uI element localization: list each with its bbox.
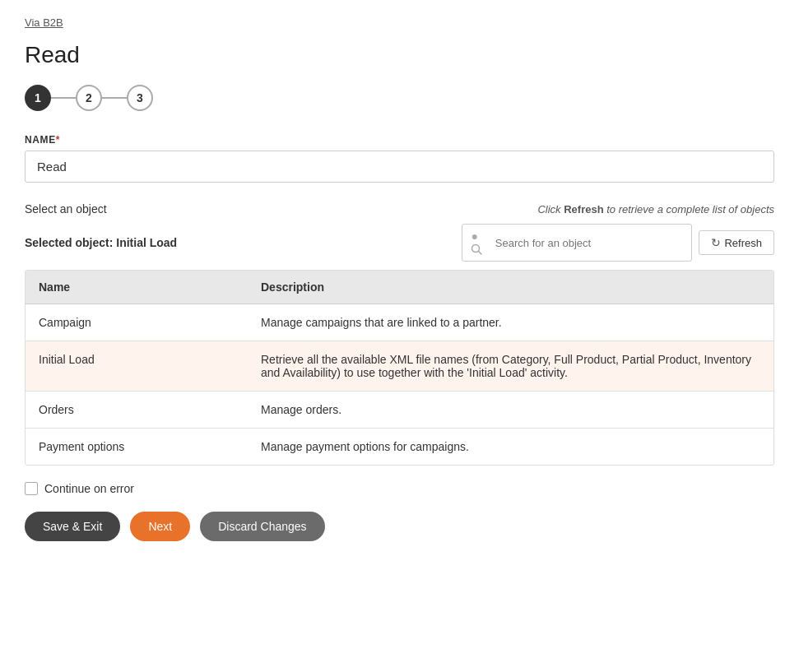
breadcrumb[interactable]: Via B2B bbox=[25, 16, 774, 29]
col-header-description: Description bbox=[248, 271, 773, 304]
table-header-row: Name Description bbox=[26, 271, 773, 304]
stepper: 1 2 3 bbox=[25, 85, 774, 111]
name-field-section: NAME* bbox=[25, 134, 774, 183]
actions-row: Save & Exit Next Discard Changes bbox=[25, 512, 774, 541]
table-cell-description: Manage campaigns that are linked to a pa… bbox=[248, 304, 773, 341]
table-cell-description: Manage orders. bbox=[248, 392, 773, 429]
discard-changes-button[interactable]: Discard Changes bbox=[200, 512, 324, 541]
save-exit-button[interactable]: Save & Exit bbox=[25, 512, 120, 541]
table-row[interactable]: Initial LoadRetrieve all the available X… bbox=[26, 341, 773, 392]
name-label: NAME* bbox=[25, 134, 774, 146]
continue-on-error-row: Continue on error bbox=[25, 482, 774, 495]
table-cell-name: Campaign bbox=[26, 304, 248, 341]
step-1[interactable]: 1 bbox=[25, 85, 51, 111]
page-title: Read bbox=[25, 42, 774, 68]
continue-on-error-label: Continue on error bbox=[44, 482, 134, 495]
table-cell-name: Payment options bbox=[26, 429, 248, 466]
refresh-hint: Click Refresh to retrieve a complete lis… bbox=[537, 203, 774, 216]
table-cell-description: Manage payment options for campaigns. bbox=[248, 429, 773, 466]
table-row[interactable]: OrdersManage orders. bbox=[26, 392, 773, 429]
table-cell-name: Orders bbox=[26, 392, 248, 429]
search-input[interactable] bbox=[495, 237, 684, 249]
table-row[interactable]: Payment optionsManage payment options fo… bbox=[26, 429, 773, 466]
refresh-icon: ↻ bbox=[711, 236, 721, 249]
object-table: Name Description CampaignManage campaign… bbox=[26, 271, 773, 465]
select-object-label: Select an object bbox=[25, 202, 107, 216]
selected-object-row: Selected object: Initial Load ● ↻ Refres… bbox=[25, 224, 774, 262]
search-box[interactable]: ● bbox=[462, 224, 692, 262]
selected-object-label: Selected object: Initial Load bbox=[25, 236, 177, 249]
step-connector-1 bbox=[51, 97, 76, 99]
object-header: Select an object Click Refresh to retrie… bbox=[25, 202, 774, 216]
refresh-button[interactable]: ↻ Refresh bbox=[699, 230, 774, 255]
object-selector-section: Select an object Click Refresh to retrie… bbox=[25, 202, 774, 466]
step-3[interactable]: 3 bbox=[127, 85, 153, 111]
next-button[interactable]: Next bbox=[130, 512, 190, 541]
required-indicator: * bbox=[56, 134, 60, 146]
search-icon: ● bbox=[471, 229, 490, 256]
col-header-name: Name bbox=[26, 271, 248, 304]
step-2[interactable]: 2 bbox=[76, 85, 102, 111]
table-cell-description: Retrieve all the available XML file name… bbox=[248, 341, 773, 392]
table-row[interactable]: CampaignManage campaigns that are linked… bbox=[26, 304, 773, 341]
search-refresh-row: ● ↻ Refresh bbox=[462, 224, 774, 262]
object-table-container: Name Description CampaignManage campaign… bbox=[25, 270, 774, 466]
continue-on-error-checkbox[interactable] bbox=[25, 482, 38, 495]
step-connector-2 bbox=[102, 97, 127, 99]
svg-line-1 bbox=[479, 252, 482, 255]
table-cell-name: Initial Load bbox=[26, 341, 248, 392]
name-input[interactable] bbox=[25, 151, 774, 183]
